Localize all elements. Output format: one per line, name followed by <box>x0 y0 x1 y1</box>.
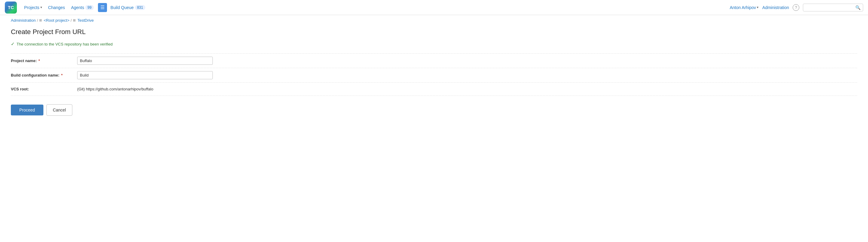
nav-agents-badge: 99 <box>85 5 93 10</box>
form: Project name: * Build configuration name… <box>11 53 857 96</box>
nav-build-queue[interactable]: Build Queue 831 <box>108 3 148 12</box>
build-config-row: Build configuration name: * <box>11 68 857 83</box>
breadcrumb-sep-2: / <box>70 18 72 23</box>
nav-projects[interactable]: Projects ▾ <box>22 3 44 12</box>
nav-items: Projects ▾ Changes Agents 99 ☰ Build Que… <box>22 3 730 12</box>
search-icon: 🔍 <box>855 5 861 10</box>
project-name-input[interactable] <box>77 57 213 65</box>
nav-changes[interactable]: Changes <box>46 3 67 12</box>
project-name-required: * <box>38 58 40 63</box>
breadcrumb-sep-1: / <box>37 18 38 23</box>
nav-user-label: Anton Arhipov <box>730 5 756 10</box>
nav-projects-chevron-icon: ▾ <box>40 5 42 9</box>
project-name-value <box>77 57 857 65</box>
breadcrumb: Administration / ⊞ <Root project> / ⊞ Te… <box>0 15 868 26</box>
cancel-button[interactable]: Cancel <box>46 104 72 116</box>
nav-build-queue-badge: 831 <box>135 5 145 10</box>
nav-user-chevron-icon: ▾ <box>757 5 758 9</box>
nav-user[interactable]: Anton Arhipov ▾ <box>730 5 758 10</box>
logo-text: TC <box>8 5 14 10</box>
nav-right: Anton Arhipov ▾ Administration ? 🔍 <box>730 4 863 11</box>
main-content: Create Project From URL ✓ The connection… <box>0 26 868 128</box>
logo[interactable]: TC <box>5 1 17 13</box>
breadcrumb-testdrive[interactable]: TestDrive <box>78 18 94 23</box>
breadcrumb-testdrive-icon: ⊞ <box>73 19 76 22</box>
proceed-button[interactable]: Proceed <box>11 104 43 115</box>
success-message-text: The connection to the VCS repository has… <box>17 42 113 47</box>
build-config-value <box>77 71 857 79</box>
vcs-root-row: VCS root: (Git) https://github.com/anton… <box>11 83 857 96</box>
build-config-label-text: Build configuration name: <box>11 73 59 78</box>
nav-administration-label: Administration <box>762 5 789 10</box>
nav-agents[interactable]: Agents 99 <box>69 3 96 12</box>
vcs-root-label: VCS root: <box>11 87 77 91</box>
build-config-label: Build configuration name: * <box>11 73 77 78</box>
build-config-input[interactable] <box>77 71 213 79</box>
search-input[interactable] <box>806 5 855 10</box>
project-name-label: Project name: * <box>11 58 77 63</box>
nav-changes-label: Changes <box>48 5 65 10</box>
breadcrumb-administration[interactable]: Administration <box>11 18 36 23</box>
vcs-root-text: (Git) https://github.com/antonarhipov/bu… <box>77 87 153 91</box>
nav-search-container[interactable]: 🔍 <box>803 4 863 11</box>
vcs-root-value: (Git) https://github.com/antonarhipov/bu… <box>77 87 857 91</box>
nav-build-queue-label: Build Queue <box>111 5 134 10</box>
nav-build-icon[interactable]: ☰ <box>98 3 107 12</box>
page-title: Create Project From URL <box>11 28 857 36</box>
vcs-root-label-text: VCS root: <box>11 87 29 91</box>
build-config-required: * <box>61 73 63 78</box>
nav-agents-label: Agents <box>71 5 84 10</box>
nav-help-label: ? <box>795 5 797 10</box>
project-name-row: Project name: * <box>11 54 857 68</box>
success-message: ✓ The connection to the VCS repository h… <box>11 41 857 47</box>
button-row: Proceed Cancel <box>11 104 857 116</box>
project-name-label-text: Project name: <box>11 58 37 63</box>
nav-help-button[interactable]: ? <box>793 4 799 11</box>
breadcrumb-root-icon: ⊞ <box>39 19 42 22</box>
nav-administration-link[interactable]: Administration <box>762 5 789 10</box>
success-check-icon: ✓ <box>11 41 15 47</box>
breadcrumb-root-project[interactable]: <Root project> <box>44 18 69 23</box>
nav-projects-label: Projects <box>24 5 39 10</box>
top-navigation: TC Projects ▾ Changes Agents 99 ☰ Build … <box>0 0 868 15</box>
